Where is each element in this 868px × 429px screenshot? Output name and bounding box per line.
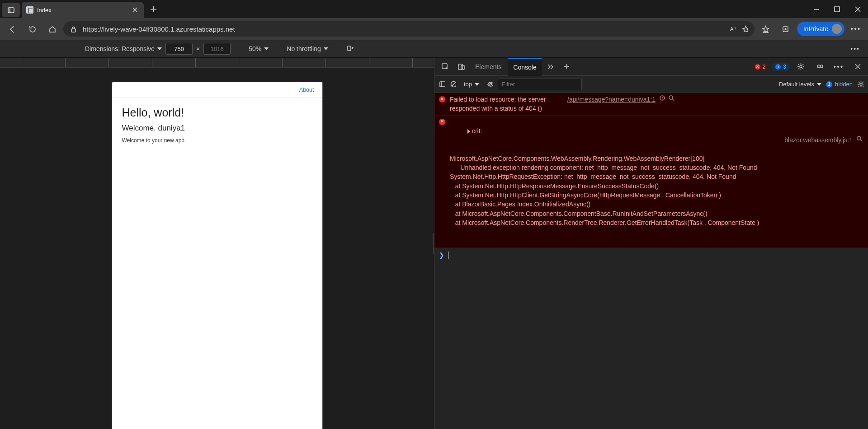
dimensions-label: Dimensions: Responsive xyxy=(85,45,155,52)
search-icon[interactable] xyxy=(856,135,863,142)
window-close-button[interactable] xyxy=(847,0,868,18)
error-head: crit: xyxy=(472,127,482,135)
devtools-feedback-button[interactable] xyxy=(812,60,827,74)
viewport-height-input[interactable] xyxy=(203,43,231,55)
devtools-close-button[interactable] xyxy=(850,60,865,74)
device-toolbar-menu[interactable]: ••• xyxy=(850,45,860,52)
execution-context-selector[interactable]: top xyxy=(461,79,482,89)
info-count-badge[interactable]: i3 xyxy=(772,63,789,70)
read-aloud-icon: A⁾⁾ xyxy=(730,25,736,32)
double-chevron-icon xyxy=(547,63,554,70)
inprivate-indicator[interactable]: InPrivate xyxy=(797,22,844,36)
device-icon xyxy=(458,63,465,70)
site-body: Hello, world! Welcome, duniya1 Welcome t… xyxy=(112,98,322,152)
tab-close-button[interactable] xyxy=(131,6,139,14)
info-dot-icon: i xyxy=(775,64,781,70)
viewport-width-input[interactable] xyxy=(165,43,193,55)
profile-avatar xyxy=(832,24,842,34)
back-button[interactable] xyxy=(4,20,21,37)
app-menu-button[interactable]: ••• xyxy=(847,20,864,37)
dimensions-selector[interactable]: Dimensions: Responsive xyxy=(85,45,162,52)
console-prompt[interactable]: ❯ xyxy=(434,248,868,262)
error-dot-icon: ✕ xyxy=(755,64,760,70)
collections-button[interactable] xyxy=(777,20,794,37)
inprivate-label: InPrivate xyxy=(803,25,828,33)
svg-point-26 xyxy=(820,65,823,68)
error-count-badge[interactable]: ✕2 xyxy=(752,63,769,70)
window-minimize-button[interactable] xyxy=(806,0,826,18)
device-toolbar: Dimensions: Responsive × 50% No throttli… xyxy=(0,40,868,58)
device-frame: About Hello, world! Welcome, duniya1 Wel… xyxy=(112,82,322,429)
favorites-button[interactable] xyxy=(757,20,774,37)
rotate-button[interactable] xyxy=(346,44,354,53)
clear-console-button[interactable] xyxy=(450,80,456,88)
browser-tab[interactable]: Index xyxy=(22,2,144,18)
console-filter-input[interactable] xyxy=(498,79,582,90)
home-button[interactable] xyxy=(43,20,61,37)
close-icon xyxy=(132,6,139,14)
hidden-messages-indicator[interactable]: 1 hidden xyxy=(826,81,853,88)
svg-rect-0 xyxy=(8,8,14,13)
minimize-icon xyxy=(812,5,820,13)
add-tab-button[interactable] xyxy=(559,60,575,74)
error-message-text: Failed to load resource: the server resp… xyxy=(450,95,563,113)
hidden-label: hidden xyxy=(835,81,853,88)
maximize-icon xyxy=(833,5,841,13)
gear-icon xyxy=(797,63,805,70)
chevron-down-icon xyxy=(475,83,479,86)
new-tab-button[interactable] xyxy=(146,1,161,17)
tab-elements[interactable]: Elements xyxy=(470,58,507,76)
error-source-link[interactable]: blazor.webassembly.js:1 xyxy=(784,135,853,145)
ellipsis-icon: ••• xyxy=(834,63,844,71)
devtools-settings-button[interactable] xyxy=(793,60,808,74)
eye-icon xyxy=(487,80,493,87)
collections-icon xyxy=(782,25,789,33)
error-source-link[interactable]: /api/message?name=duniya1:1 xyxy=(567,95,656,104)
throttling-selector[interactable]: No throttling xyxy=(287,45,328,52)
levels-label: Default levels xyxy=(779,81,814,88)
prompt-cursor xyxy=(448,252,448,259)
browser-toolbar: https://lively-wave-04ff30800.1.azuresta… xyxy=(0,18,868,40)
pane-splitter[interactable] xyxy=(434,233,434,254)
zoom-selector[interactable]: 50% xyxy=(249,45,269,52)
read-aloud-button[interactable]: A⁾⁾ xyxy=(730,25,736,33)
search-icon[interactable] xyxy=(668,95,675,101)
page-subheading: Welcome, duniya1 xyxy=(122,124,312,133)
log-levels-selector[interactable]: Default levels xyxy=(779,81,821,88)
more-tabs-button[interactable] xyxy=(543,60,558,74)
svg-line-39 xyxy=(672,99,674,101)
devtools-menu-button[interactable]: ••• xyxy=(831,60,846,74)
window-maximize-button[interactable] xyxy=(826,0,847,18)
dimension-sep: × xyxy=(196,45,200,52)
console-error-row[interactable]: ✕ crit: blazor.webassembly.js:1 Microsof… xyxy=(434,116,868,248)
favorite-button[interactable] xyxy=(742,25,748,33)
refresh-button[interactable] xyxy=(24,20,41,37)
gear-icon xyxy=(857,80,863,87)
feedback-icon xyxy=(816,63,824,70)
inspect-element-button[interactable] xyxy=(437,60,453,74)
expand-icon[interactable] xyxy=(467,129,470,134)
lock-icon xyxy=(70,25,77,33)
svg-point-37 xyxy=(662,99,662,99)
tab-console[interactable]: Console xyxy=(508,58,542,76)
console-sidebar-toggle[interactable] xyxy=(439,80,445,88)
about-link[interactable]: About xyxy=(299,87,314,93)
toggle-device-button[interactable] xyxy=(453,60,469,74)
chevron-down-icon xyxy=(157,47,162,50)
address-bar[interactable]: https://lively-wave-04ff30800.1.azuresta… xyxy=(63,21,755,37)
console-toolbar: top Default levels 1 hidden xyxy=(434,76,868,93)
live-expression-button[interactable] xyxy=(487,80,493,88)
svg-rect-20 xyxy=(458,64,462,70)
tab-console-label: Console xyxy=(513,64,536,71)
home-icon xyxy=(48,25,56,33)
plus-icon xyxy=(150,5,157,13)
console-settings-button[interactable] xyxy=(857,80,863,88)
workspace: About Hello, world! Welcome, duniya1 Wel… xyxy=(0,58,868,429)
info-count: 3 xyxy=(783,64,786,70)
viewport-pane: About Hello, world! Welcome, duniya1 Wel… xyxy=(0,58,434,429)
svg-rect-10 xyxy=(71,29,75,32)
tab-actions-button[interactable] xyxy=(2,3,20,17)
issue-icon[interactable] xyxy=(659,95,665,101)
svg-point-24 xyxy=(800,65,802,68)
console-error-row[interactable]: ✕ Failed to load resource: the server re… xyxy=(434,93,868,116)
